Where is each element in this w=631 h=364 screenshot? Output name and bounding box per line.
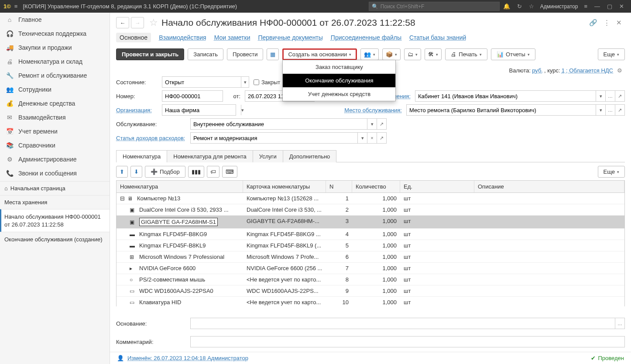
- settings-icon[interactable]: ≡: [584, 3, 587, 10]
- sidebar-subitem[interactable]: Места хранения: [0, 195, 110, 209]
- post-button[interactable]: Провести: [227, 48, 264, 60]
- table-row[interactable]: ⊞Microsoft Windows 7 ProfessionalMicroso…: [117, 251, 624, 263]
- org-field[interactable]: ▾: [162, 104, 236, 116]
- kebab-icon[interactable]: ⋮: [604, 19, 610, 27]
- history-icon[interactable]: ↻: [517, 3, 522, 10]
- sidebar-item[interactable]: ⚙Администрирование: [0, 152, 110, 166]
- move-down-button[interactable]: ⬇: [130, 166, 142, 178]
- tools-icon-button[interactable]: 🛠▾: [425, 48, 442, 60]
- number-field[interactable]: [162, 90, 223, 102]
- folder-icon-button[interactable]: 📦▾: [382, 48, 401, 60]
- users-icon-button[interactable]: 👥▾: [360, 48, 379, 60]
- sidebar-subitem[interactable]: Окончание обслуживания (создание): [0, 232, 110, 247]
- state-field[interactable]: ▾: [162, 76, 249, 88]
- scan-button[interactable]: ⌨: [222, 166, 237, 178]
- service-field[interactable]: ▾↗: [190, 118, 387, 130]
- table-row[interactable]: ▸NVIDIA GeForce 6600NVIDIA GeForce 6600 …: [117, 263, 624, 274]
- sidebar-item[interactable]: 🎧Техническая поддержка: [0, 27, 110, 41]
- hamburger-icon[interactable]: ≡: [14, 3, 18, 10]
- global-search[interactable]: 🔍 Поиск Ctrl+Shift+F: [369, 2, 500, 11]
- dropdown-icon[interactable]: ▾: [241, 77, 249, 87]
- nav-forward-button[interactable]: →: [131, 17, 144, 28]
- barcode-button[interactable]: ▮▮▮: [188, 166, 204, 178]
- sidebar-item[interactable]: ⌂Главное: [0, 13, 110, 27]
- sidebar-subitem[interactable]: Начало обслуживания НФ00-000001 от 26.07…: [0, 209, 110, 232]
- currency-gear-icon[interactable]: ⚙: [617, 67, 622, 74]
- items-table[interactable]: НоменклатураКарточка номенклатурыNКоличе…: [116, 180, 625, 306]
- column-header[interactable]: N: [326, 181, 352, 192]
- sidebar-item[interactable]: 📚Справочники: [0, 138, 110, 152]
- column-header[interactable]: Номенклатура: [117, 181, 243, 192]
- table-row[interactable]: ▣DualCore Intel Core i3 530, 2933 ...Dua…: [117, 204, 624, 216]
- article-label[interactable]: Статья доходов расходов:: [116, 135, 186, 141]
- create-on-basis-button[interactable]: Создать на основании ▾: [282, 48, 357, 60]
- dropdown-item[interactable]: Заказ поставщику: [283, 60, 395, 74]
- table-row[interactable]: ▬Kingmax FLFD45F-B8KL9Kingmax FLFD45F-B8…: [117, 240, 624, 251]
- nav-back-button[interactable]: ←: [116, 17, 129, 28]
- sidebar-item[interactable]: 💰Денежные средства: [0, 96, 110, 110]
- move-up-button[interactable]: ⬆: [116, 166, 128, 178]
- close-window-icon[interactable]: ✕: [619, 3, 624, 10]
- dropdown-item[interactable]: Окончание обслуживания: [283, 74, 395, 87]
- table-more-button[interactable]: Еще ▾: [598, 166, 625, 178]
- sidebar-item[interactable]: ✉Взаимодействия: [0, 110, 110, 124]
- sidebar-item[interactable]: 🖨Номенклатура и склад: [0, 55, 110, 69]
- section-tab[interactable]: Мои заметки: [214, 34, 250, 41]
- detail-tab[interactable]: Номенклатура: [116, 150, 167, 162]
- basis-field[interactable]: …: [190, 318, 625, 329]
- comment-field[interactable]: [190, 336, 625, 347]
- tag-button[interactable]: 🏷: [207, 166, 219, 178]
- column-header[interactable]: Количество: [352, 181, 400, 192]
- sidebar-item[interactable]: 🚚Закупки и продажи: [0, 41, 110, 55]
- currency-link[interactable]: руб.: [532, 67, 543, 74]
- post-and-close-button[interactable]: Провести и закрыть: [116, 48, 184, 60]
- detail-tab[interactable]: Номенклатура для ремонта: [167, 150, 253, 162]
- section-tab[interactable]: Взаимодействия: [159, 34, 206, 41]
- storage-field[interactable]: ▾…↗: [415, 90, 625, 102]
- detail-tab[interactable]: Услуги: [253, 150, 283, 162]
- maximize-icon[interactable]: ▢: [607, 3, 612, 10]
- column-header[interactable]: Ед.: [400, 181, 474, 192]
- section-tab[interactable]: Первичные документы: [258, 34, 322, 41]
- section-tab[interactable]: Присоединенные файлы: [331, 34, 401, 41]
- changed-link[interactable]: Изменён: 26.07.2023 12:04:18 Администрат…: [127, 355, 591, 361]
- sidebar-item[interactable]: 🔧Ремонт и обслуживание: [0, 69, 110, 82]
- more-button[interactable]: Еще ▾: [598, 48, 625, 60]
- close-tab-icon[interactable]: ✕: [616, 19, 622, 27]
- dropdown-item[interactable]: Учет денежных средств: [283, 87, 395, 101]
- service-place-field[interactable]: ▾…↗: [406, 104, 625, 116]
- column-header[interactable]: Описание: [474, 181, 624, 192]
- reports-button[interactable]: 📊 Отчеты ▾: [491, 48, 535, 60]
- section-tab[interactable]: Статьи базы знаний: [409, 34, 466, 41]
- column-header[interactable]: Карточка номенклатуры: [243, 181, 326, 192]
- sidebar-subitem[interactable]: ⌂Начальная страница: [0, 181, 110, 195]
- cell-unit: шт: [400, 193, 474, 204]
- service-place-label[interactable]: Место обслуживания:: [240, 107, 402, 113]
- sidebar-item[interactable]: 📞Звонки и сообщения: [0, 166, 110, 180]
- table-row[interactable]: ▭WDC WD1600AAJS-22PSA0WDC WD1600AAJS-22P…: [117, 285, 624, 297]
- section-tab[interactable]: Основное: [116, 33, 151, 42]
- link-icon[interactable]: 🔗: [589, 19, 597, 27]
- table-row[interactable]: ○PS/2-совместимая мышь<Не ведется учет п…: [117, 274, 624, 285]
- document-icon-button[interactable]: ▦: [267, 48, 279, 60]
- table-row[interactable]: ▭Клавиатура HID<Не ведется учет по карто…: [117, 297, 624, 306]
- table-row[interactable]: ▬Kingmax FLFD45F-B8KG9Kingmax FLFD45F-B8…: [117, 229, 624, 240]
- bell-icon[interactable]: 🔔: [503, 3, 510, 10]
- user-label[interactable]: Администратор: [540, 3, 578, 10]
- minimize-icon[interactable]: —: [594, 3, 600, 10]
- card-icon-button[interactable]: 🗂▾: [404, 48, 421, 60]
- print-button[interactable]: 🖨 Печать ▾: [445, 48, 487, 60]
- rate-link[interactable]: 1: [562, 67, 565, 74]
- table-row[interactable]: ⊟ 🖥Компьютер №13Компьютер №13 (152628 ..…: [117, 193, 624, 204]
- sidebar-item[interactable]: 📅Учет времени: [0, 124, 110, 138]
- tax-link[interactable]: ; Облагается НДС: [566, 67, 613, 74]
- article-field[interactable]: ▾×↗: [190, 132, 387, 144]
- org-label[interactable]: Организация:: [116, 107, 158, 113]
- write-button[interactable]: Записать: [188, 48, 223, 60]
- star-icon[interactable]: ☆: [529, 3, 534, 10]
- sidebar-item[interactable]: 👥Сотрудники: [0, 82, 110, 96]
- favorite-icon[interactable]: ☆: [149, 17, 158, 28]
- table-row[interactable]: ▣GIGABYTE GA-F2A68HM-S1GIGABYTE GA-F2A68…: [117, 216, 624, 229]
- detail-tab[interactable]: Дополнительно: [283, 150, 337, 162]
- selection-button[interactable]: ➕ Подбор: [145, 166, 185, 178]
